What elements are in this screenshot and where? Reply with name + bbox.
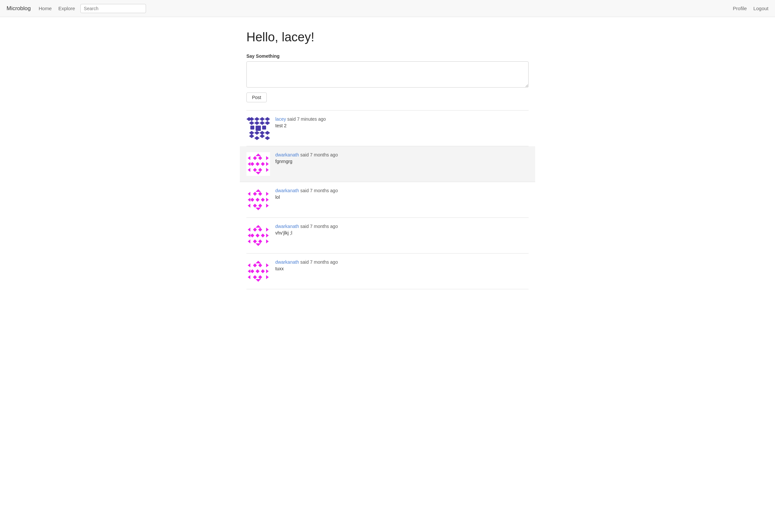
post-content: lacey said 7 minutes agotest 2 [275, 116, 529, 128]
nav-links: Home Explore [39, 6, 75, 11]
post-content: dwarkanath said 7 months agovhv'jlkj ;l [275, 224, 529, 235]
post-meta: dwarkanath said 7 months ago [275, 188, 529, 193]
avatar [246, 152, 270, 176]
post-author-link[interactable]: dwarkanath [275, 188, 299, 193]
post-text: tuxx [275, 266, 529, 271]
avatar-lacey [246, 116, 270, 140]
svg-rect-12 [262, 126, 266, 130]
search-input[interactable] [80, 4, 146, 13]
post-meta: dwarkanath said 7 months ago [275, 259, 529, 265]
post-item: lacey said 7 minutes agotest 2 [246, 111, 529, 146]
avatar-dwarkanath [246, 152, 270, 176]
post-item: dwarkanath said 7 months agovhv'jlkj ;l [246, 218, 529, 254]
post-meta: dwarkanath said 7 months ago [275, 152, 529, 157]
post-content: dwarkanath said 7 months agotuxx [275, 259, 529, 271]
post-item: dwarkanath said 7 months agotuxx [246, 254, 529, 289]
navbar: Microblog Home Explore Profile Logout [0, 0, 775, 17]
avatar [246, 116, 270, 140]
nav-brand: Microblog [7, 5, 31, 12]
page-greeting: Hello, lacey! [246, 30, 529, 44]
post-item: dwarkanath said 7 months agofgnrngrg [240, 146, 535, 182]
post-author-link[interactable]: lacey [275, 116, 286, 122]
avatar [246, 224, 270, 247]
post-author-link[interactable]: dwarkanath [275, 224, 299, 229]
post-item: dwarkanath said 7 months agolol [246, 182, 529, 218]
post-meta: lacey said 7 minutes ago [275, 116, 529, 122]
post-button[interactable]: Post [246, 92, 267, 102]
nav-link-home[interactable]: Home [39, 6, 52, 11]
svg-rect-11 [250, 126, 254, 130]
avatar-dwarkanath [246, 259, 270, 283]
nav-link-explore[interactable]: Explore [58, 6, 75, 11]
post-text: vhv'jlkj ;l [275, 230, 529, 235]
say-something-textarea[interactable] [246, 61, 529, 88]
post-text: lol [275, 194, 529, 200]
say-something-label: Say Something [246, 53, 529, 59]
avatar-dwarkanath [246, 188, 270, 212]
svg-rect-10 [255, 126, 261, 131]
nav-right: Profile Logout [733, 6, 768, 11]
post-content: dwarkanath said 7 months agolol [275, 188, 529, 200]
avatar-dwarkanath [246, 224, 270, 247]
avatar [246, 259, 270, 283]
nav-link-logout[interactable]: Logout [753, 6, 768, 11]
avatar [246, 188, 270, 212]
post-text: fgnrngrg [275, 159, 529, 164]
post-author-link[interactable]: dwarkanath [275, 259, 299, 265]
post-text: test 2 [275, 123, 529, 128]
post-content: dwarkanath said 7 months agofgnrngrg [275, 152, 529, 164]
posts-list: lacey said 7 minutes agotest 2 dwarkanat… [246, 110, 529, 289]
post-author-link[interactable]: dwarkanath [275, 152, 299, 157]
main-content: Hello, lacey! Say Something Post lacey s… [240, 17, 535, 296]
post-meta: dwarkanath said 7 months ago [275, 224, 529, 229]
nav-link-profile[interactable]: Profile [733, 6, 747, 11]
